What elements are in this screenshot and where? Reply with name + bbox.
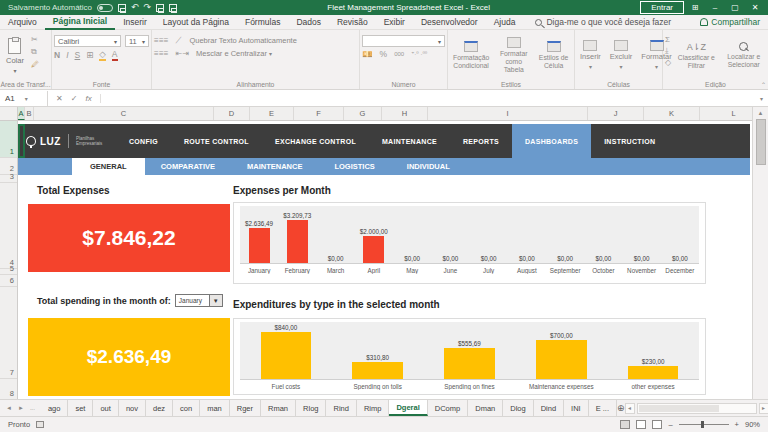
format-as-table-button[interactable]: Formatar como Tabela	[495, 33, 532, 78]
dashboard-subtab[interactable]: INDIVIDUAL	[391, 158, 466, 175]
merge-center-button[interactable]: Mesclar e Centralizar ▾	[196, 49, 272, 58]
horizontal-scrollbar[interactable]: ◄ ►	[625, 400, 768, 416]
sheet-tab[interactable]: Rman	[261, 400, 296, 416]
row-header[interactable]: 1	[0, 121, 17, 158]
column-header[interactable]: I	[428, 107, 588, 120]
vertical-scrollbar[interactable]: ▲	[752, 107, 768, 399]
collapse-ribbon-icon[interactable]: ⌃	[761, 81, 766, 88]
sheet-tab[interactable]: man	[200, 400, 230, 416]
paste-button[interactable]: Colar ▾	[2, 33, 28, 78]
wrap-text-button[interactable]: Quebrar Texto Automaticamente	[189, 36, 296, 45]
workbook-nav-item[interactable]: DASHBOARDS	[512, 124, 591, 158]
sheet-next-icon[interactable]: ►	[18, 405, 24, 411]
ribbon-tab[interactable]: Revisão	[329, 15, 376, 30]
cell-styles-button[interactable]: Estilos de Célula	[535, 33, 572, 78]
currency-icon[interactable]: 💴	[362, 50, 373, 59]
fill-icon[interactable]: ⤓	[665, 46, 671, 56]
number-format-select[interactable]: ▾	[362, 35, 445, 47]
row-header[interactable]: 4	[0, 183, 17, 269]
sheet-canvas[interactable]: LUZ Planilhas Empresariais CONFIGROUTE C…	[18, 121, 752, 399]
find-select-button[interactable]: Localizar e Selecionar	[722, 33, 766, 78]
align-top-icons[interactable]: ≡ ≡ ≡	[154, 36, 167, 45]
cut-icon[interactable]: ✂	[31, 35, 39, 44]
row-header[interactable]: 7	[0, 287, 17, 379]
vertical-scroll-thumb[interactable]	[756, 119, 766, 165]
month-select-arrow-icon[interactable]: ▼	[209, 295, 222, 306]
sheet-tab[interactable]: Dman	[468, 400, 503, 416]
column-header[interactable]: A	[18, 107, 25, 120]
column-header[interactable]: C	[34, 107, 214, 120]
column-header[interactable]: B	[25, 107, 34, 120]
insert-cells-button[interactable]: Inserir ▾	[577, 33, 604, 78]
comma-style-icon[interactable]: 000	[394, 51, 404, 57]
decimal-icons[interactable]: ⁺·⁰ ·⁰⁰	[411, 51, 427, 57]
font-name-select[interactable]: Calibri▾	[54, 35, 121, 47]
dashboard-subtab[interactable]: MAINTENANCE	[231, 158, 318, 175]
add-sheet-icon[interactable]: ⊕	[617, 400, 625, 416]
row-header[interactable]: 6	[0, 275, 17, 287]
workbook-nav-item[interactable]: EXCHANGE CONTROL	[262, 124, 369, 158]
paste-dropdown-icon[interactable]: ▾	[13, 67, 16, 74]
font-size-select[interactable]: 11▾	[125, 35, 149, 47]
column-header[interactable]: K	[644, 107, 700, 120]
zoom-slider-thumb[interactable]	[701, 421, 704, 428]
column-header[interactable]: G	[344, 107, 382, 120]
sheet-tab[interactable]: ago	[41, 400, 69, 416]
ribbon-tab[interactable]: Exibir	[376, 15, 413, 30]
ribbon-tab[interactable]: Fórmulas	[237, 15, 288, 30]
sheet-tab[interactable]: nov	[119, 400, 146, 416]
workbook-nav-item[interactable]: INSTRUCTION	[591, 124, 668, 158]
sheet-tab[interactable]: INI	[564, 400, 589, 416]
bold-button[interactable]: N	[54, 51, 60, 60]
row-header[interactable]: 3	[0, 175, 17, 183]
macro-record-icon[interactable]	[36, 421, 44, 428]
zoom-slider[interactable]	[679, 424, 729, 425]
hscroll-left-icon[interactable]: ◄	[625, 403, 635, 414]
percent-icon[interactable]: %	[380, 50, 388, 59]
minimize-icon[interactable]: –	[706, 1, 724, 14]
ribbon-tab[interactable]: Página Inicial	[45, 15, 115, 30]
sheet-tab[interactable]: Rimp	[357, 400, 390, 416]
workbook-nav-item[interactable]: MAINTENANCE	[369, 124, 450, 158]
sheet-tab[interactable]: Dlog	[503, 400, 533, 416]
ribbon-tab[interactable]: Inserir	[115, 15, 155, 30]
sign-in-button[interactable]: Entrar	[640, 1, 684, 14]
document-icon[interactable]	[156, 4, 164, 12]
share-button[interactable]: Compartilhar	[700, 17, 760, 27]
row-header[interactable]: 2	[0, 158, 17, 175]
sort-filter-button[interactable]: A⇂Z Classificar e Filtrar	[674, 33, 718, 78]
sheet-tab[interactable]: set	[68, 400, 93, 416]
format-painter-icon[interactable]: 🖉	[31, 60, 39, 69]
formula-bar-expand-icon[interactable]: ▾	[760, 95, 768, 102]
redo-icon[interactable]: ↷	[144, 3, 152, 12]
ribbon-tab[interactable]: Ajuda	[486, 15, 524, 30]
dashboard-subtab[interactable]: LOGISTICS	[318, 158, 390, 175]
fill-color-icon[interactable]: ◇	[99, 50, 106, 61]
maximize-icon[interactable]: ▢	[726, 1, 744, 14]
sheet-tab[interactable]: Rlog	[296, 400, 326, 416]
ribbon-tab[interactable]: Arquivo	[0, 15, 45, 30]
align-horizontal-icons[interactable]: ≡ ≡ ≡	[154, 49, 167, 58]
page-layout-view-icon[interactable]	[636, 420, 646, 429]
sheet-overflow-icon[interactable]: ...	[30, 405, 35, 411]
ribbon-tab[interactable]: Layout da Página	[155, 15, 237, 30]
italic-button[interactable]: I	[66, 51, 68, 60]
scroll-up-icon[interactable]: ▲	[753, 107, 768, 119]
enter-icon[interactable]: ✓	[71, 94, 78, 103]
zoom-in-icon[interactable]: +	[735, 420, 739, 429]
sheet-tab[interactable]: dez	[146, 400, 173, 416]
orientation-icon[interactable]: ⟋	[175, 36, 181, 45]
clear-icon[interactable]: ◇	[665, 58, 671, 67]
workbook-nav-item[interactable]: REPORTS	[450, 124, 512, 158]
horizontal-scroll-thumb[interactable]	[639, 405, 719, 412]
autosave-toggle[interactable]	[97, 4, 113, 12]
column-header[interactable]: H	[382, 107, 428, 120]
ribbon-tab[interactable]: Desenvolvedor	[413, 15, 486, 30]
workbook-nav-item[interactable]: ROUTE CONTROL	[171, 124, 262, 158]
conditional-formatting-button[interactable]: Formatação Condicional	[450, 33, 492, 78]
camera-icon[interactable]	[169, 4, 177, 12]
delete-cells-button[interactable]: Excluir ▾	[607, 33, 636, 78]
dashboard-subtab[interactable]: GENERAL	[72, 158, 145, 175]
select-all-corner[interactable]	[0, 107, 18, 120]
sheet-tab[interactable]: Dind	[534, 400, 564, 416]
